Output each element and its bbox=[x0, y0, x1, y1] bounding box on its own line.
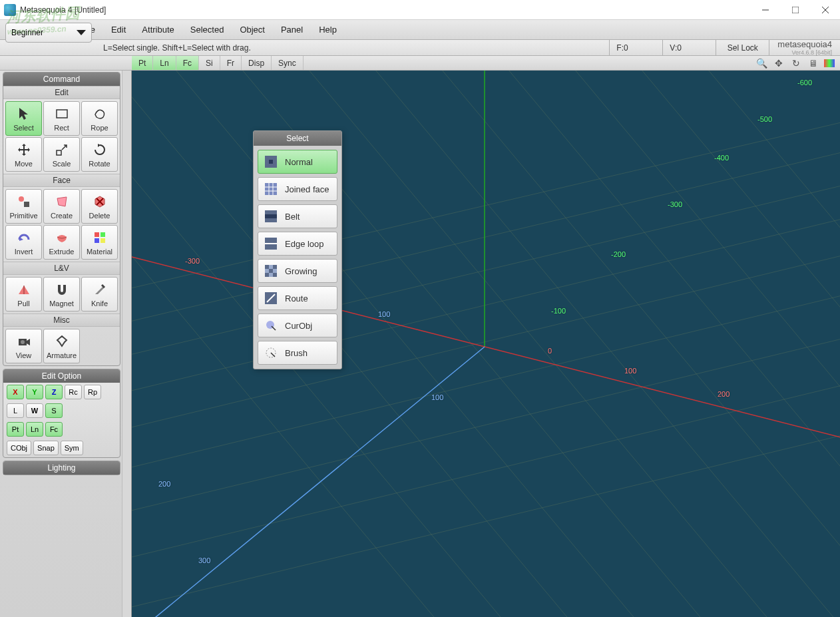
tool-delete[interactable]: Delete bbox=[81, 189, 118, 224]
sidebar: Command Edit Select Rect Rope Move Scale… bbox=[0, 71, 132, 617]
tab-disp[interactable]: Disp bbox=[242, 56, 272, 70]
tool-magnet[interactable]: Magnet bbox=[43, 277, 80, 311]
section-lv: L&V bbox=[3, 262, 120, 275]
opt-snap[interactable]: Snap bbox=[33, 441, 59, 455]
svg-line-33 bbox=[498, 71, 840, 617]
menu-selected[interactable]: Selected bbox=[182, 21, 232, 39]
section-face: Face bbox=[3, 174, 120, 187]
tab-si[interactable]: Si bbox=[199, 56, 220, 70]
opt-w[interactable]: W bbox=[26, 403, 43, 418]
select-popup[interactable]: Select Normal Joined face Belt Edge loop… bbox=[253, 130, 342, 369]
growing-icon bbox=[264, 264, 278, 278]
tab-sync[interactable]: Sync bbox=[272, 56, 304, 70]
select-growing[interactable]: Growing bbox=[258, 259, 337, 283]
tool-select[interactable]: Select bbox=[5, 101, 42, 136]
select-belt[interactable]: Belt bbox=[258, 204, 337, 228]
minimize-button[interactable] bbox=[750, 0, 780, 20]
hint-text: L=Select single. Shift+L=Select with dra… bbox=[0, 43, 609, 53]
menu-edit[interactable]: Edit bbox=[103, 21, 134, 39]
opt-rp[interactable]: Rp bbox=[84, 385, 101, 399]
select-joined-face[interactable]: Joined face bbox=[258, 177, 337, 201]
menu-panel[interactable]: Panel bbox=[273, 21, 311, 39]
tool-move[interactable]: Move bbox=[5, 137, 42, 172]
move-icon bbox=[15, 141, 33, 158]
grid-icon bbox=[264, 182, 278, 196]
tab-fc[interactable]: Fc bbox=[176, 56, 199, 70]
svg-line-23 bbox=[132, 380, 840, 573]
face-count: F:0 bbox=[609, 40, 662, 55]
opt-rc[interactable]: Rc bbox=[65, 385, 82, 399]
tab-ln[interactable]: Ln bbox=[153, 56, 176, 70]
tool-knife[interactable]: Knife bbox=[81, 277, 118, 311]
axis-x[interactable]: X bbox=[7, 385, 24, 399]
tool-armature[interactable]: Armature bbox=[43, 329, 80, 363]
svg-rect-1 bbox=[792, 7, 799, 13]
grid-label: -600 bbox=[797, 79, 812, 87]
svg-rect-54 bbox=[269, 265, 273, 269]
extrude-icon bbox=[53, 229, 71, 246]
tool-create[interactable]: Create bbox=[43, 189, 80, 224]
select-normal[interactable]: Normal bbox=[258, 150, 337, 174]
sel-lock-button[interactable]: Sel Lock bbox=[716, 40, 769, 55]
select-edge-loop[interactable]: Edge loop bbox=[258, 232, 337, 256]
tool-primitive[interactable]: Primitive bbox=[5, 189, 42, 224]
svg-line-34 bbox=[564, 71, 840, 617]
tool-rope[interactable]: Rope bbox=[81, 101, 118, 136]
select-curobj[interactable]: CurObj bbox=[258, 313, 337, 337]
brush-icon bbox=[264, 345, 278, 360]
select-route[interactable]: Route bbox=[258, 286, 337, 310]
sidebar-scrollbar[interactable] bbox=[122, 71, 131, 617]
window-title: Metasequoia 4 [Untitled] bbox=[20, 5, 106, 15]
maximize-button[interactable] bbox=[780, 0, 810, 20]
command-panel: Command Edit Select Rect Rope Move Scale… bbox=[3, 72, 120, 366]
opt-pt[interactable]: Pt bbox=[7, 422, 24, 437]
tab-fr[interactable]: Fr bbox=[220, 56, 242, 70]
tool-pull[interactable]: Pull bbox=[5, 277, 42, 311]
tab-pt[interactable]: Pt bbox=[132, 56, 153, 70]
grid-label: -400 bbox=[714, 154, 729, 162]
viewport-3d[interactable]: -600 -500 -400 -300 -200 -100 0 100 200 … bbox=[132, 71, 840, 617]
tool-material[interactable]: Material bbox=[81, 225, 118, 260]
opt-l[interactable]: L bbox=[7, 403, 24, 418]
grid-label: -100 bbox=[551, 307, 566, 315]
color-icon[interactable] bbox=[824, 59, 835, 67]
grid-label: 100 bbox=[378, 310, 390, 318]
svg-line-19 bbox=[132, 214, 840, 407]
svg-line-32 bbox=[431, 71, 840, 617]
vertex-count: V:0 bbox=[662, 40, 716, 55]
opt-sym[interactable]: Sym bbox=[61, 441, 83, 455]
opt-s[interactable]: S bbox=[45, 403, 63, 418]
close-button[interactable] bbox=[810, 0, 840, 20]
grid-label: -300 bbox=[668, 200, 682, 208]
axis-z[interactable]: Z bbox=[45, 385, 63, 399]
select-brush[interactable]: Brush bbox=[258, 341, 337, 365]
cursor-icon bbox=[15, 105, 33, 122]
opt-fc[interactable]: Fc bbox=[45, 422, 63, 437]
tool-invert[interactable]: Invert bbox=[5, 225, 42, 260]
tool-rect[interactable]: Rect bbox=[43, 101, 80, 136]
zoom-icon[interactable]: 🔍 bbox=[755, 57, 768, 69]
display-icon[interactable]: 🖥 bbox=[807, 57, 820, 69]
svg-rect-52 bbox=[265, 269, 269, 273]
axis-y[interactable]: Y bbox=[26, 385, 43, 399]
delete-icon bbox=[91, 193, 108, 210]
menu-help[interactable]: Help bbox=[311, 21, 345, 39]
pan-icon[interactable]: ✥ bbox=[772, 57, 785, 69]
mode-dropdown[interactable]: Beginner bbox=[5, 23, 92, 43]
svg-rect-4 bbox=[57, 110, 67, 118]
tool-rotate[interactable]: Rotate bbox=[81, 137, 118, 172]
grid-label: 0 bbox=[548, 347, 552, 355]
rotate-view-icon[interactable]: ↻ bbox=[789, 57, 803, 69]
mode-label: Beginner bbox=[11, 28, 43, 37]
tool-scale[interactable]: Scale bbox=[43, 137, 80, 172]
svg-line-24 bbox=[132, 430, 840, 617]
tool-extrude[interactable]: Extrude bbox=[43, 225, 80, 260]
menu-object[interactable]: Object bbox=[232, 21, 273, 39]
lighting-panel[interactable]: Lighting bbox=[3, 461, 120, 475]
opt-ln[interactable]: Ln bbox=[26, 422, 43, 437]
menu-attribute[interactable]: Attribute bbox=[134, 21, 182, 39]
opt-cobj[interactable]: CObj bbox=[7, 441, 31, 455]
section-edit: Edit bbox=[3, 86, 120, 99]
tool-view[interactable]: View bbox=[5, 329, 42, 363]
grid-label: 100 bbox=[431, 393, 443, 401]
